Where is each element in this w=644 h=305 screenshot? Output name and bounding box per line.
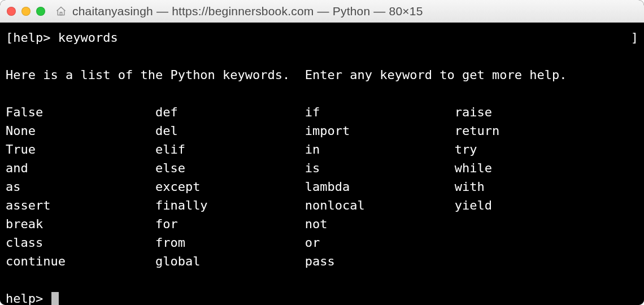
prompt-label: help> <box>6 289 50 305</box>
cursor-block <box>51 292 59 306</box>
prompt-open-bracket: [ <box>6 30 13 45</box>
keywords-grid: False def if raise None del import retur… <box>6 105 499 268</box>
window-titlebar[interactable]: chaitanyasingh — https://beginnersbook.c… <box>0 0 644 23</box>
prompt-label: help> <box>13 30 58 45</box>
window-title-text: chaitanyasingh — https://beginnersbook.c… <box>72 5 423 18</box>
traffic-lights <box>7 7 45 16</box>
terminal-window: chaitanyasingh — https://beginnersbook.c… <box>0 0 644 305</box>
svg-rect-0 <box>60 12 62 15</box>
prompt-line[interactable]: help> <box>6 289 638 305</box>
terminal-viewport[interactable]: ][help> keywords Here is a list of the P… <box>0 23 644 305</box>
zoom-icon[interactable] <box>36 7 45 16</box>
prompt-close-bracket: ] <box>631 28 638 47</box>
home-icon <box>55 6 67 17</box>
close-icon[interactable] <box>7 7 16 16</box>
help-intro-text: Here is a list of the Python keywords. E… <box>6 68 567 82</box>
entered-command: keywords <box>58 30 118 45</box>
minimize-icon[interactable] <box>21 7 31 16</box>
window-title: chaitanyasingh — https://beginnersbook.c… <box>55 5 423 18</box>
